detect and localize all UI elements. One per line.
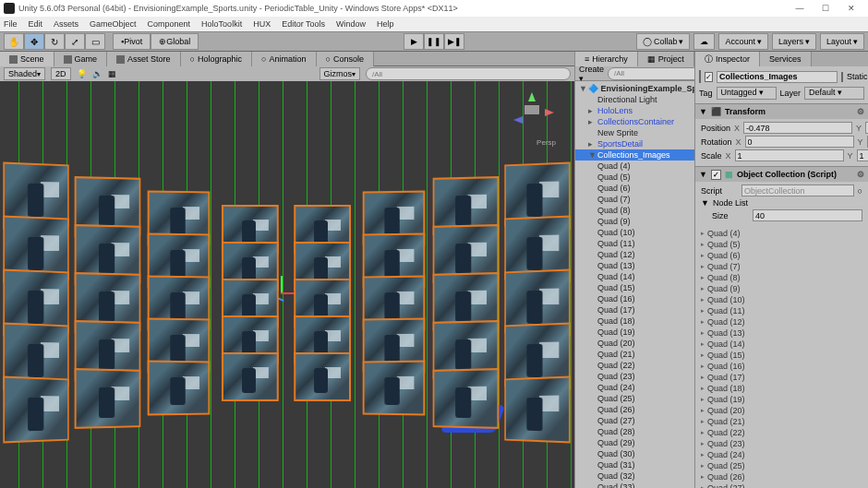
maximize-button[interactable]: ☐ (813, 0, 838, 17)
scale-x[interactable] (735, 149, 844, 161)
tree-item-quad[interactable]: Quad (27) (575, 415, 694, 426)
tab-scene[interactable]: Scene (0, 52, 54, 66)
node-list-item[interactable]: ▸ Quad (10) (701, 294, 862, 305)
tree-item-quad[interactable]: Quad (32) (575, 470, 694, 482)
node-list-item[interactable]: ▸ Quad (4) (701, 228, 862, 239)
menu-editortools[interactable]: Editor Tools (282, 19, 325, 29)
tree-item-quad[interactable]: Quad (17) (575, 304, 694, 315)
tree-item-quad[interactable]: Quad (28) (575, 426, 694, 437)
tree-item-quad[interactable]: Quad (6) (575, 183, 694, 194)
node-list-item[interactable]: ▸ Quad (13) (701, 327, 862, 339)
image-tile[interactable] (294, 351, 351, 400)
rect-tool[interactable]: ▭ (85, 33, 105, 50)
node-list-item[interactable]: ▸ Quad (19) (701, 394, 862, 405)
tree-item[interactable]: Directional Light (575, 94, 694, 105)
tree-item-quad[interactable]: Quad (5) (575, 172, 694, 183)
pos-x[interactable] (743, 122, 852, 134)
node-list-item[interactable]: ▸ Quad (20) (701, 405, 862, 416)
node-list-item[interactable]: ▸ Quad (22) (701, 427, 862, 438)
object-name-field[interactable] (717, 71, 838, 83)
static-checkbox[interactable] (841, 72, 843, 82)
layout-dropdown[interactable]: Layout ▾ (820, 33, 864, 50)
node-list-item[interactable]: ▸ Quad (7) (701, 261, 862, 272)
tag-dropdown[interactable]: Untagged ▾ (717, 87, 777, 100)
menu-component[interactable]: Component (148, 19, 191, 29)
menu-hux[interactable]: HUX (253, 19, 271, 29)
pause-button[interactable]: ❚❚ (424, 33, 444, 50)
rotate-tool[interactable]: ↻ (44, 33, 65, 50)
tree-item-quad[interactable]: Quad (29) (575, 437, 694, 448)
node-list-item[interactable]: ▸ Quad (17) (701, 372, 862, 383)
node-list-item[interactable]: ▸ Quad (26) (701, 471, 862, 482)
image-tile[interactable] (148, 360, 211, 414)
tree-scene-root[interactable]: ▼🔷 EnvisioningExample_Sport (575, 83, 694, 94)
tree-item-quad[interactable]: Quad (11) (575, 238, 694, 249)
node-list[interactable]: ▸ Quad (4)▸ Quad (5)▸ Quad (6)▸ Quad (7)… (695, 226, 868, 488)
tree-item-quad[interactable]: Quad (30) (575, 448, 694, 459)
step-button[interactable]: ▶❚ (444, 33, 464, 50)
tree-item-selected[interactable]: ▼Collections_Images (575, 149, 694, 161)
gizmos-dropdown[interactable]: Gizmos ▾ (319, 67, 361, 80)
object-picker-icon[interactable]: ○ (858, 186, 862, 196)
node-list-item[interactable]: ▸ Quad (12) (701, 316, 862, 327)
tree-item[interactable]: ▸CollectionsContainer (575, 116, 694, 127)
tree-item-quad[interactable]: Quad (20) (575, 338, 694, 349)
tree-item-quad[interactable]: Quad (4) (575, 161, 694, 172)
menu-holotoolkit[interactable]: HoloToolkit (201, 19, 242, 29)
2d-toggle[interactable]: 2D (51, 67, 71, 80)
create-dropdown[interactable]: Create ▾ (579, 65, 604, 83)
tree-item-quad[interactable]: Quad (31) (575, 459, 694, 470)
tree-item-quad[interactable]: Quad (15) (575, 282, 694, 293)
image-tile[interactable] (222, 351, 279, 400)
size-field[interactable] (753, 209, 862, 221)
collapse-icon[interactable]: ▼ (699, 170, 707, 179)
tree-item-quad[interactable]: Quad (8) (575, 205, 694, 216)
node-list-item[interactable]: ▸ Quad (27) (701, 482, 862, 488)
tree-item[interactable]: ▸SportsDetail (575, 138, 694, 149)
layer-dropdown[interactable]: Default ▾ (804, 87, 864, 100)
node-list-item[interactable]: ▸ Quad (11) (701, 305, 862, 316)
hierarchy-tree[interactable]: ▼🔷 EnvisioningExample_SportDirectional L… (575, 81, 694, 488)
audio-icon[interactable]: 🔊 (92, 69, 102, 78)
tree-item-quad[interactable]: Quad (21) (575, 349, 694, 360)
menu-help[interactable]: Help (377, 19, 394, 29)
tree-item-quad[interactable]: Quad (13) (575, 260, 694, 271)
script-field[interactable]: ObjectCollection (741, 184, 854, 196)
active-checkbox[interactable]: ✓ (705, 72, 713, 82)
shaded-dropdown[interactable]: Shaded ▾ (4, 67, 45, 80)
gear-icon[interactable]: ⚙ (857, 107, 864, 116)
tab-game[interactable]: Game (54, 52, 108, 66)
play-button[interactable]: ▶ (404, 33, 424, 50)
image-tile[interactable] (74, 368, 139, 429)
minimize-button[interactable]: — (787, 0, 813, 17)
tree-item-quad[interactable]: Quad (25) (575, 393, 694, 404)
node-list-item[interactable]: ▸ Quad (21) (701, 416, 862, 427)
pivot-toggle[interactable]: ▪ Pivot (113, 33, 151, 50)
tree-item-quad[interactable]: Quad (12) (575, 249, 694, 260)
cloud-button[interactable]: ☁ (693, 33, 715, 50)
tree-item[interactable]: New Sprite (575, 127, 694, 138)
scene-search[interactable] (366, 67, 571, 80)
menu-file[interactable]: File (4, 19, 18, 29)
tree-item-quad[interactable]: Quad (33) (575, 482, 694, 488)
move-tool[interactable]: ✥ (24, 33, 44, 50)
fx-icon[interactable]: ▦ (108, 69, 116, 78)
collab-dropdown[interactable]: ◯ Collab ▾ (636, 33, 691, 50)
node-list-item[interactable]: ▸ Quad (8) (701, 272, 862, 283)
tab-assetstore[interactable]: Asset Store (107, 52, 181, 66)
node-list-item[interactable]: ▸ Quad (23) (701, 438, 862, 449)
node-list-item[interactable]: ▸ Quad (14) (701, 339, 862, 350)
close-button[interactable]: ✕ (838, 0, 864, 17)
menu-edit[interactable]: Edit (29, 19, 43, 29)
tree-item-quad[interactable]: Quad (16) (575, 293, 694, 304)
node-list-item[interactable]: ▸ Quad (25) (701, 460, 862, 471)
light-icon[interactable]: 💡 (77, 69, 87, 78)
tree-item-quad[interactable]: Quad (19) (575, 327, 694, 338)
menu-gameobject[interactable]: GameObject (90, 19, 137, 29)
tab-services[interactable]: Services (760, 52, 812, 66)
node-list-item[interactable]: ▸ Quad (16) (701, 361, 862, 372)
tree-item-quad[interactable]: Quad (14) (575, 271, 694, 282)
tree-item-quad[interactable]: Quad (18) (575, 315, 694, 327)
scale-tool[interactable]: ⤢ (65, 33, 85, 50)
rot-x[interactable] (745, 136, 854, 148)
